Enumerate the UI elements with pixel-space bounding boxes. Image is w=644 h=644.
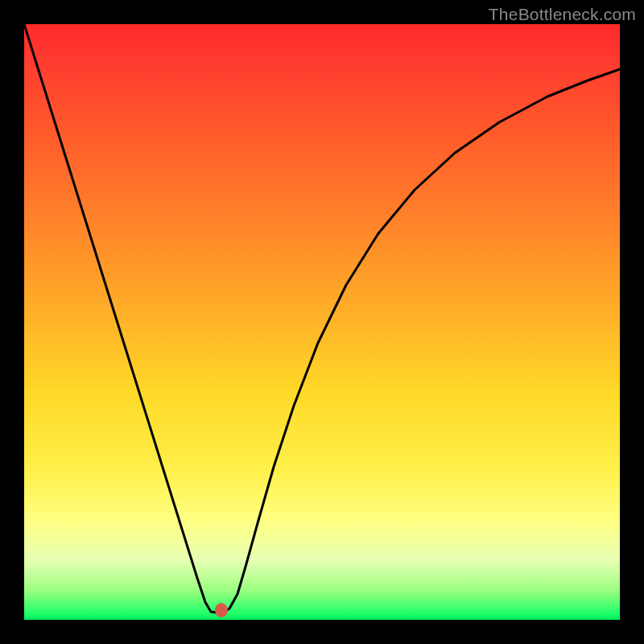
minimum-marker-dot <box>215 603 228 617</box>
watermark-text: TheBottleneck.com <box>489 5 636 24</box>
bottleneck-curve <box>24 24 620 613</box>
chart-svg <box>24 24 620 620</box>
plot-area <box>24 24 620 620</box>
chart-stage: TheBottleneck.com <box>0 0 644 644</box>
